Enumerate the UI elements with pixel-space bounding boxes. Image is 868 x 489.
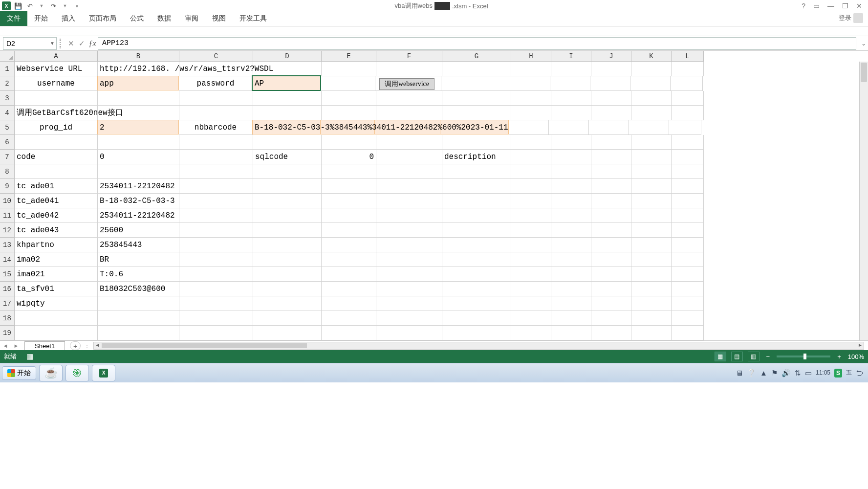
cell-G9[interactable] [442,179,511,194]
cell-E11[interactable] [322,208,376,223]
cell-K6[interactable] [631,135,672,150]
cell-E9[interactable] [322,179,376,194]
task-item-excel[interactable]: X [92,365,115,381]
cell-J1[interactable] [591,62,631,76]
cell-G2[interactable] [441,76,510,91]
col-header-A[interactable]: A [15,51,98,62]
cell-B16[interactable]: B18032C503@600 [98,282,179,296]
cell-E10[interactable] [322,194,376,208]
cell-H14[interactable] [511,252,551,267]
row-header-12[interactable]: 12 [0,223,15,238]
cell-K16[interactable] [631,282,672,296]
cell-L13[interactable] [672,238,704,252]
cell-E7[interactable]: 0 [322,150,376,164]
cell-H9[interactable] [511,179,551,194]
select-all-button[interactable] [0,51,15,62]
cell-H11[interactable] [511,208,551,223]
call-webservice-button[interactable]: 调用webservice [379,78,434,90]
cell-J12[interactable] [591,223,631,238]
formula-input[interactable]: APP123 [98,37,856,50]
cell-L9[interactable] [672,179,704,194]
tab-file[interactable]: 文件 [0,11,27,26]
tray-volume-icon[interactable]: 🔊 [781,369,791,378]
tray-clock[interactable]: 11:05 [816,370,830,376]
cell-E14[interactable] [322,252,376,267]
cell-G19[interactable] [442,326,511,340]
cell-A9[interactable]: tc_ade01 [15,179,98,194]
cell-I5[interactable] [549,120,589,135]
fx-icon[interactable]: ƒx [87,39,98,48]
cell-E6[interactable] [322,135,376,150]
col-header-J[interactable]: J [591,51,631,62]
cell-J19[interactable] [591,326,631,340]
row-header-8[interactable]: 8 [0,164,15,179]
col-header-F[interactable]: F [376,51,442,62]
cell-I3[interactable] [551,91,591,106]
cell-I6[interactable] [551,135,591,150]
cell-A13[interactable]: khpartno [15,238,98,252]
tab-nav-next-icon[interactable]: ► [11,343,22,349]
cell-E17[interactable] [322,296,376,311]
confirm-input-icon[interactable]: ✓ [76,39,87,48]
cell-J9[interactable] [591,179,631,194]
cell-C19[interactable] [179,326,253,340]
close-icon[interactable]: ✕ [856,2,862,10]
cell-A11[interactable]: tc_ade042 [15,208,98,223]
cell-J10[interactable] [591,194,631,208]
cell-C10[interactable] [179,194,253,208]
cell-H17[interactable] [511,296,551,311]
tab-home[interactable]: 开始 [27,11,55,26]
row-header-7[interactable]: 7 [0,150,15,164]
cell-L11[interactable] [672,208,704,223]
cell-H4[interactable] [511,106,551,120]
tray-ime-s-icon[interactable]: S [834,369,842,378]
cell-F4[interactable] [376,106,442,120]
cell-G16[interactable] [442,282,511,296]
cell-C14[interactable] [179,252,253,267]
qat-customize-icon[interactable]: ▾ [72,1,81,10]
name-box-dropdown-icon[interactable]: ▼ [50,41,55,46]
cell-G13[interactable] [442,238,511,252]
redo-icon[interactable]: ↷ [49,1,58,10]
undo-dropdown-icon[interactable]: ▼ [37,1,46,10]
row-header-16[interactable]: 16 [0,282,15,296]
cell-K12[interactable] [631,223,672,238]
cell-D10[interactable] [253,194,322,208]
cell-K4[interactable] [631,106,672,120]
cell-C6[interactable] [179,135,253,150]
row-header-5[interactable]: 5 [0,120,15,135]
cell-B15[interactable]: T:0.6 [98,267,179,282]
cell-J18[interactable] [591,311,631,326]
cell-H10[interactable] [511,194,551,208]
cell-I15[interactable] [551,267,591,282]
cell-B5[interactable]: 2 [97,120,179,134]
cell-F16[interactable] [376,282,442,296]
cell-J7[interactable] [591,150,631,164]
cell-D19[interactable] [253,326,322,340]
row-header-11[interactable]: 11 [0,208,15,223]
cell-K13[interactable] [631,238,672,252]
zoom-slider[interactable] [777,356,830,357]
restore-icon[interactable]: ❐ [842,2,848,10]
cell-D16[interactable] [253,282,322,296]
cell-J17[interactable] [591,296,631,311]
cell-I13[interactable] [551,238,591,252]
name-box[interactable]: D2 ▼ [3,37,57,50]
cell-D12[interactable] [253,223,322,238]
task-item-java[interactable]: ☕ [39,365,63,381]
col-header-H[interactable]: H [511,51,551,62]
cell-G8[interactable] [442,164,511,179]
cell-H13[interactable] [511,238,551,252]
cell-K1[interactable] [631,62,672,76]
cell-G14[interactable] [442,252,511,267]
cell-D15[interactable] [253,267,322,282]
cell-J3[interactable] [591,91,631,106]
cell-J8[interactable] [591,164,631,179]
cancel-input-icon[interactable]: ✕ [65,39,76,48]
tray-ime-toggle-icon[interactable]: ⮌ [856,369,863,377]
cell-E12[interactable] [322,223,376,238]
cell-D5[interactable]: B-18-032-C5-03-3%3845443%34011-22120482%… [252,120,321,134]
cell-G17[interactable] [442,296,511,311]
cell-A5[interactable]: prog_id [15,120,98,135]
cell-K15[interactable] [631,267,672,282]
